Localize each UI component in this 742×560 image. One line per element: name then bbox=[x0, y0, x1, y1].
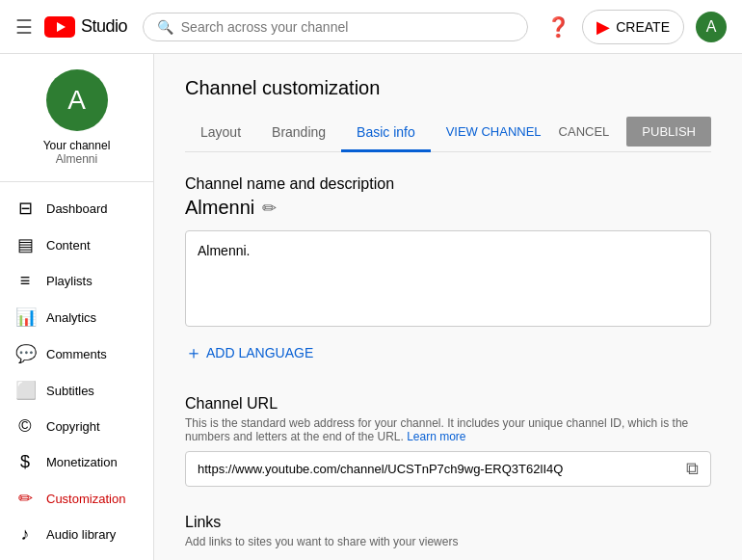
publish-button[interactable]: PUBLISH bbox=[626, 117, 711, 147]
links-section-desc: Add links to sites you want to share wit… bbox=[185, 535, 711, 548]
tabs-left: Layout Branding Basic info bbox=[185, 115, 431, 151]
channel-name-row: Almenni ✏ bbox=[185, 197, 711, 219]
search-input[interactable] bbox=[181, 19, 514, 35]
create-video-icon: ▶ bbox=[596, 16, 610, 38]
sidebar-item-label: Dashboard bbox=[46, 201, 108, 216]
sidebar-item-monetization[interactable]: $ Monetization bbox=[0, 444, 153, 480]
sidebar-item-dashboard[interactable]: ⊟ Dashboard bbox=[0, 190, 153, 227]
sidebar-item-audio-library[interactable]: ♪ Audio library bbox=[0, 517, 153, 552]
tab-basic-info[interactable]: Basic info bbox=[341, 115, 431, 152]
add-language-button[interactable]: ＋ ADD LANGUAGE bbox=[185, 337, 313, 368]
page-title: Channel customization bbox=[185, 77, 711, 99]
playlists-icon: ≡ bbox=[15, 271, 35, 291]
nav-right-actions: ❓ ▶ CREATE A bbox=[546, 10, 727, 44]
comments-icon: 💬 bbox=[15, 343, 35, 364]
tab-branding[interactable]: Branding bbox=[256, 115, 341, 152]
search-bar: 🔍 bbox=[143, 13, 528, 41]
tab-layout[interactable]: Layout bbox=[185, 115, 256, 152]
add-language-icon: ＋ bbox=[185, 341, 202, 364]
subtitles-icon: ⬜ bbox=[15, 380, 35, 401]
content-area: Channel customization Layout Branding Ba… bbox=[154, 54, 742, 560]
name-description-section: Channel name and description Almenni ✏ ＋… bbox=[185, 175, 711, 368]
dashboard-icon: ⊟ bbox=[15, 198, 35, 219]
studio-logo[interactable]: Studio bbox=[44, 16, 127, 38]
sidebar: A Your channel Almenni ⊟ Dashboard ▤ Con… bbox=[0, 54, 154, 560]
sidebar-channel-info: A Your channel Almenni bbox=[0, 54, 153, 182]
help-icon[interactable]: ❓ bbox=[546, 15, 570, 39]
name-section-title: Channel name and description bbox=[185, 175, 711, 193]
youtube-logo-icon bbox=[44, 16, 75, 38]
sidebar-item-label: Comments bbox=[46, 347, 107, 361]
channel-description-textarea[interactable] bbox=[185, 230, 711, 327]
sidebar-item-label: Content bbox=[46, 238, 91, 253]
edit-channel-name-icon[interactable]: ✏ bbox=[262, 198, 277, 219]
sidebar-item-customization[interactable]: ✏ Customization bbox=[0, 480, 153, 517]
learn-more-link[interactable]: Learn more bbox=[407, 430, 465, 443]
view-channel-button[interactable]: VIEW CHANNEL bbox=[446, 124, 542, 139]
sidebar-item-label: Copyright bbox=[46, 419, 100, 434]
content-icon: ▤ bbox=[15, 234, 35, 255]
audio-library-icon: ♪ bbox=[15, 524, 35, 545]
user-avatar[interactable]: A bbox=[696, 12, 727, 42]
links-section: Links Add links to sites you want to sha… bbox=[185, 514, 711, 560]
menu-icon[interactable]: ☰ bbox=[15, 15, 33, 39]
sidebar-item-content[interactable]: ▤ Content bbox=[0, 227, 153, 263]
tabs-actions: VIEW CHANNEL CANCEL PUBLISH bbox=[446, 117, 711, 150]
sidebar-item-analytics[interactable]: 📊 Analytics bbox=[0, 299, 153, 335]
add-link-button[interactable]: ＋ ADD LINK bbox=[185, 556, 269, 560]
create-label: CREATE bbox=[616, 19, 670, 35]
sidebar-avatar[interactable]: A bbox=[46, 69, 108, 131]
cancel-button[interactable]: CANCEL bbox=[549, 119, 620, 145]
sidebar-item-label: Subtitles bbox=[46, 384, 94, 398]
create-button[interactable]: ▶ CREATE bbox=[582, 10, 684, 44]
sidebar-avatar-letter: A bbox=[67, 85, 86, 116]
add-language-label: ADD LANGUAGE bbox=[206, 345, 313, 360]
copyright-icon: © bbox=[15, 416, 35, 437]
sidebar-item-subtitles[interactable]: ⬜ Subtitles bbox=[0, 372, 153, 409]
channel-url-row: https://www.youtube.com/channel/UCSTnP7c… bbox=[185, 451, 711, 487]
sidebar-item-comments[interactable]: 💬 Comments bbox=[0, 335, 153, 372]
sidebar-item-label: Playlists bbox=[46, 274, 93, 288]
sidebar-item-label: Analytics bbox=[46, 310, 96, 325]
channel-name-display: Almenni bbox=[185, 197, 254, 219]
customization-icon: ✏ bbox=[15, 488, 35, 509]
sidebar-item-label: Monetization bbox=[46, 455, 118, 469]
url-info-text: This is the standard web address for you… bbox=[185, 416, 711, 443]
sidebar-channel-label: Your channel bbox=[43, 139, 111, 152]
channel-url-text: https://www.youtube.com/channel/UCSTnP7c… bbox=[198, 452, 678, 486]
monetization-icon: $ bbox=[15, 452, 35, 472]
sidebar-item-copyright[interactable]: © Copyright bbox=[0, 409, 153, 444]
sidebar-channel-name: Almenni bbox=[56, 152, 97, 166]
copy-url-icon[interactable]: ⧉ bbox=[686, 459, 699, 479]
avatar-letter: A bbox=[706, 18, 717, 36]
sidebar-item-label: Customization bbox=[46, 492, 125, 506]
search-icon: 🔍 bbox=[157, 19, 173, 35]
top-navigation: ☰ Studio 🔍 ❓ ▶ CREATE A bbox=[0, 0, 742, 54]
main-layout: A Your channel Almenni ⊟ Dashboard ▤ Con… bbox=[0, 54, 742, 560]
sidebar-item-label: Audio library bbox=[46, 527, 116, 542]
analytics-icon: 📊 bbox=[15, 307, 35, 328]
tabs-row: Layout Branding Basic info VIEW CHANNEL … bbox=[185, 115, 711, 152]
channel-url-section: Channel URL This is the standard web add… bbox=[185, 395, 711, 487]
sidebar-item-playlists[interactable]: ≡ Playlists bbox=[0, 263, 153, 299]
url-section-title: Channel URL bbox=[185, 395, 711, 413]
sidebar-nav: ⊟ Dashboard ▤ Content ≡ Playlists 📊 Anal… bbox=[0, 182, 153, 560]
links-section-title: Links bbox=[185, 514, 711, 531]
studio-label: Studio bbox=[81, 16, 127, 37]
